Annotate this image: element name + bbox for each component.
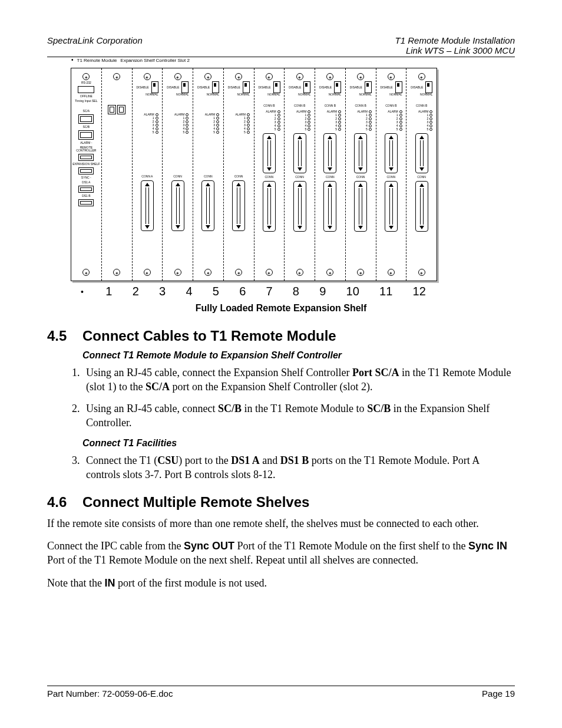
disable-normal-switch: DISABLENORMAL — [258, 81, 280, 96]
text: Port of the T1 Remote Module on the next… — [47, 554, 418, 566]
diagram-top-labels: • T1 Remote Module Expansion Shelf Contr… — [71, 58, 190, 63]
slot-12: ◈DISABLENORMALCONN BALARM12345CONN◈ — [406, 68, 437, 281]
conn-b-label: CONN B — [263, 104, 275, 107]
slot-2: ◈◈ — [102, 68, 133, 281]
disable-normal-switch: DISABLENORMAL — [349, 81, 371, 96]
slot-7: ◈DISABLENORMALCONN BALARM12345CONN◈ — [254, 68, 285, 281]
scb-label: SC/B — [83, 126, 90, 129]
conn-a-label: CONN — [387, 176, 396, 179]
slot-1: ◈RS-232OFFLINETiming Input SELSC/ASC/BAL… — [71, 68, 102, 281]
port-icon — [78, 186, 94, 193]
subhead-connect-esc: Connect T1 Remote Module to Expansion Sh… — [82, 350, 515, 361]
screw-icon: ◈ — [326, 73, 333, 80]
timing-label: Timing Input SEL — [75, 100, 97, 103]
screw-icon: ◈ — [296, 269, 303, 276]
paragraph: Note that the IN port of the first modul… — [47, 576, 515, 590]
header-right-line1: T1 Remote Module Installation — [395, 35, 515, 45]
connector-icon — [171, 180, 184, 231]
screw-icon: ◈ — [326, 269, 333, 276]
slot-number: 5 — [213, 285, 219, 298]
slot-5: ◈DISABLENORMALALARM12345CONN◈ — [193, 68, 224, 281]
port-icon — [78, 167, 94, 174]
rj45-port-icon — [78, 114, 94, 124]
text: and — [260, 454, 280, 466]
screw-icon: ◈ — [113, 73, 120, 80]
bold-text: DS1 B — [280, 454, 309, 466]
alarm-leds: ALARM12345 — [258, 110, 280, 131]
slot-9: ◈DISABLENORMALCONN BALARM12345CONN◈ — [315, 68, 346, 281]
slot-number: 3 — [159, 285, 166, 298]
text: Port of the T1 Remote Module on the firs… — [234, 540, 468, 552]
remote-label: REMOTE CONTROLLER — [72, 146, 100, 152]
top-label-t1: T1 Remote Module — [77, 58, 117, 63]
conn-a-label: CONN — [356, 176, 365, 179]
screw-icon: ◈ — [388, 73, 395, 80]
slot-number: 9 — [319, 285, 326, 298]
text: Note that the — [47, 577, 104, 589]
bold-text: IN — [104, 577, 115, 589]
bold-text: SC/B — [367, 403, 391, 414]
alarm-leds: ALARM12345 — [319, 110, 341, 131]
conn-a-label: CONN — [295, 176, 304, 179]
text: Connect the T1 ( — [86, 454, 157, 466]
slot-11: ◈DISABLENORMALCONN BALARM12345CONN◈ — [376, 68, 407, 281]
section-number: 4.5 — [47, 328, 82, 344]
screw-icon: ◈ — [82, 269, 90, 276]
slot-8: ◈DISABLENORMALCONN BALARM12345CONN◈ — [285, 68, 315, 281]
slot-6: ◈DISABLENORMALALARM12345CONN◈ — [224, 68, 254, 281]
step-2: Using an RJ-45 cable, connect SC/B in th… — [82, 401, 515, 430]
ds1a-label: DS1 A — [82, 181, 90, 184]
slot-number: 4 — [186, 285, 192, 298]
screw-icon: ◈ — [357, 73, 364, 80]
header-right-line2: Link WTS – Link 3000 MCU — [395, 45, 515, 55]
disable-normal-switch: DISABLENORMAL — [380, 81, 402, 96]
connector-icon — [201, 180, 214, 231]
screw-icon: ◈ — [388, 269, 395, 276]
conn-b-label: CONN B — [355, 104, 366, 107]
slot-number: 8 — [293, 285, 299, 298]
screw-icon: ◈ — [204, 73, 211, 80]
step-1: Using an RJ-45 cable, connect the Expans… — [82, 365, 515, 394]
alarm-leds: ALARM12345 — [380, 110, 402, 131]
screw-icon: ◈ — [266, 73, 273, 80]
text: Using an RJ-45 cable, connect the Expans… — [86, 367, 352, 378]
conn-a-label: CONN — [265, 176, 274, 179]
connector-icon — [354, 181, 367, 232]
bullet-icon: • — [81, 287, 85, 297]
disable-normal-switch: DISABLENORMAL — [411, 81, 432, 96]
page-footer: Part Number: 72-0059-06-E.doc Page 19 — [47, 686, 515, 699]
connector-icon — [354, 133, 367, 173]
alarm-leds: ALARM12345 — [136, 113, 158, 134]
page-header: SpectraLink Corporation T1 Remote Module… — [47, 35, 515, 57]
alarm-leds: ALARM12345 — [349, 110, 371, 131]
conn-a-label: CONN A — [141, 175, 153, 178]
paragraph: Connect the IPC cable from the Sync OUT … — [47, 539, 515, 568]
header-left: SpectraLink Corporation — [47, 35, 143, 55]
disable-normal-switch: DISABLENORMAL — [197, 81, 219, 96]
slot-number: 10 — [346, 285, 359, 298]
alarm-label: ALARM ◦ — [80, 141, 92, 144]
conn-b-label: CONN B — [385, 104, 396, 107]
connector-icon — [293, 181, 306, 232]
connector-icon — [263, 181, 276, 232]
connector-icon — [232, 180, 245, 231]
bold-text: Sync IN — [468, 540, 507, 552]
footer-left: Part Number: 72-0059-06-E.doc — [47, 689, 173, 699]
rs232-label: RS-232 — [81, 81, 91, 84]
shelf-diagram: • T1 Remote Module Expansion Shelf Contr… — [71, 68, 515, 281]
slot-4: ◈DISABLENORMALALARM12345CONN◈ — [163, 68, 193, 281]
steps-list-45a: Using an RJ-45 cable, connect the Expans… — [59, 365, 515, 430]
rj45-pair-icon — [108, 105, 125, 114]
section-4-6-heading: 4.6Connect Multiple Remote Shelves — [47, 494, 515, 510]
slot-number: 11 — [379, 285, 392, 298]
connector-icon — [141, 180, 154, 231]
screw-icon: ◈ — [235, 269, 242, 276]
disable-normal-switch: DISABLENORMAL — [289, 81, 310, 96]
screw-icon: ◈ — [144, 269, 151, 276]
step-3: Connect the T1 (CSU) port to the DS1 A a… — [82, 453, 515, 482]
alarm-leds: ALARM12345 — [411, 110, 432, 131]
sca-label: SC/A — [83, 110, 90, 113]
screw-icon: ◈ — [113, 269, 120, 276]
header-right: T1 Remote Module Installation Link WTS –… — [395, 35, 515, 55]
screw-icon: ◈ — [144, 73, 151, 80]
